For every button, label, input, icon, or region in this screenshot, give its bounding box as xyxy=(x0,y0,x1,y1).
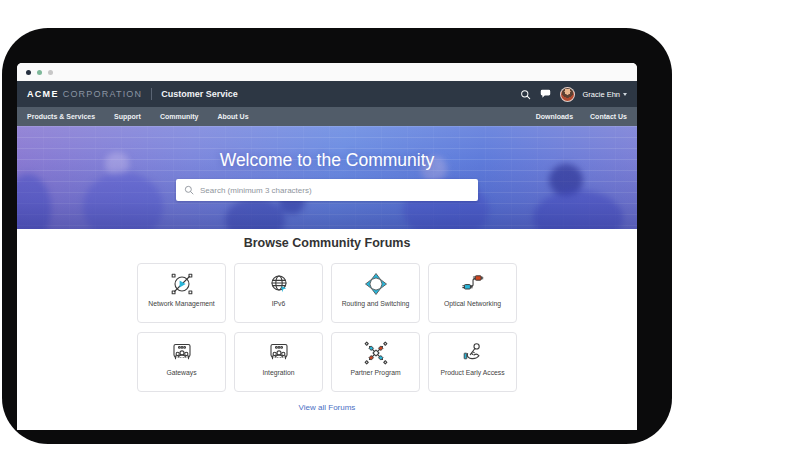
forum-tile-ipv6[interactable]: IPv6 xyxy=(234,263,323,323)
nav-item-community[interactable]: Community xyxy=(160,113,199,120)
top-header: ACME CORPORATION Customer Service Gracie… xyxy=(17,81,637,107)
brand-suffix: CORPORATION xyxy=(63,89,143,99)
product-early-access-icon xyxy=(460,340,486,366)
search-input[interactable] xyxy=(200,186,470,195)
user-name: Gracie Ehn xyxy=(582,90,620,99)
chevron-down-icon xyxy=(623,93,627,96)
nav-item-downloads[interactable]: Downloads xyxy=(536,113,573,120)
traffic-light-maximize[interactable] xyxy=(48,70,53,75)
forum-tile-integration[interactable]: Integration xyxy=(234,332,323,392)
forum-tile-label: Network Management xyxy=(148,300,215,307)
forum-tile-label: Product Early Access xyxy=(440,369,504,376)
traffic-light-close[interactable] xyxy=(26,70,31,75)
chat-icon[interactable] xyxy=(540,89,551,99)
forum-tile-label: Integration xyxy=(262,369,294,376)
header-divider xyxy=(151,88,152,100)
partner-program-icon xyxy=(363,340,389,366)
search-icon xyxy=(184,185,194,195)
forum-tile-label: IPv6 xyxy=(272,300,286,307)
traffic-light-minimize[interactable] xyxy=(37,70,42,75)
main-nav: Products & Services Support Community Ab… xyxy=(17,107,637,126)
forum-tile-label: Partner Program xyxy=(350,369,400,376)
view-all-forums-link[interactable]: View all Forums xyxy=(299,403,356,412)
forum-tile-product-early-access[interactable]: Product Early Access xyxy=(428,332,517,392)
forums-heading: Browse Community Forums xyxy=(244,236,411,250)
user-menu-label[interactable]: Gracie Ehn xyxy=(580,90,627,99)
network-management-icon xyxy=(169,271,195,297)
avatar xyxy=(560,87,575,102)
nav-item-contact-us[interactable]: Contact Us xyxy=(590,113,627,120)
gateways-icon xyxy=(169,340,195,366)
forum-tile-routing-switching[interactable]: Routing and Switching xyxy=(331,263,420,323)
routing-switching-icon xyxy=(363,271,389,297)
forum-tile-label: Routing and Switching xyxy=(342,300,410,307)
hero-banner: Welcome to the Community xyxy=(17,126,637,229)
forum-tile-label: Gateways xyxy=(166,369,196,376)
community-search-bar[interactable] xyxy=(176,179,478,201)
main-content: Browse Community Forums Network Manageme… xyxy=(17,229,637,430)
nav-item-about-us[interactable]: About Us xyxy=(217,113,248,120)
hero-title: Welcome to the Community xyxy=(220,150,435,171)
integration-icon xyxy=(266,340,292,366)
forum-tile-gateways[interactable]: Gateways xyxy=(137,332,226,392)
forum-tile-grid: Network Management IPv6 xyxy=(137,263,517,392)
forum-tile-partner-program[interactable]: Partner Program xyxy=(331,332,420,392)
browser-frame: ACME CORPORATION Customer Service Gracie… xyxy=(2,28,672,444)
forum-tile-network-management[interactable]: Network Management xyxy=(137,263,226,323)
user-menu[interactable] xyxy=(560,87,575,102)
search-icon[interactable] xyxy=(520,89,531,100)
nav-item-products-services[interactable]: Products & Services xyxy=(27,113,95,120)
optical-networking-icon xyxy=(460,271,486,297)
browser-window: ACME CORPORATION Customer Service Gracie… xyxy=(17,63,637,430)
forum-tile-optical-networking[interactable]: Optical Networking xyxy=(428,263,517,323)
nav-item-support[interactable]: Support xyxy=(114,113,141,120)
brand-name: ACME xyxy=(27,89,59,99)
forum-tile-label: Optical Networking xyxy=(444,300,501,307)
window-titlebar xyxy=(17,63,637,81)
product-title: Customer Service xyxy=(161,89,238,99)
ipv6-icon xyxy=(266,271,292,297)
